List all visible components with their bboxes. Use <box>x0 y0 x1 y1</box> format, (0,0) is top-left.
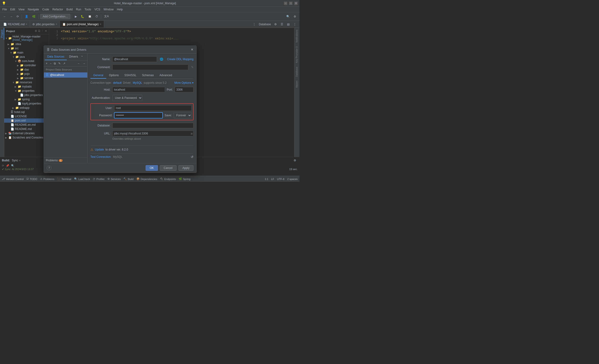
tab-general[interactable]: General <box>90 72 106 78</box>
menu-tools[interactable]: Tools <box>83 7 93 12</box>
settings-btn[interactable]: ⚙ <box>292 14 298 19</box>
tree-readme-md[interactable]: ▶ 📄 README.md <box>4 127 49 131</box>
sidebar-more-btn[interactable]: ⋮ <box>41 29 44 33</box>
status-problems[interactable]: ⚠ Problems <box>40 177 54 181</box>
conn-driver-value[interactable]: MySQL <box>133 81 142 85</box>
minimize-button[interactable]: ─ <box>284 2 287 5</box>
tree-log4j[interactable]: ▶ 📄 log4j.properties <box>4 101 49 106</box>
window-controls[interactable]: ─ □ ✕ <box>284 2 298 5</box>
open-datasource-btn[interactable]: ↗ <box>62 61 66 66</box>
search-everywhere-btn[interactable]: 🔍 <box>285 14 291 19</box>
help-button[interactable]: ? <box>47 166 52 170</box>
more-options-link[interactable]: More Options ▾ <box>174 81 194 85</box>
tree-scratches[interactable]: ▶ 📋 Scratches and Consoles <box>4 135 49 140</box>
toolbar-git-btn[interactable]: 🌿 <box>31 14 37 19</box>
panel-maven[interactable]: Maven <box>295 79 300 90</box>
status-build-tab[interactable]: 🔨 Build <box>123 177 133 181</box>
tab-schemas[interactable]: Schemas <box>139 72 157 78</box>
tree-license[interactable]: ▶ 📄 LICENSE <box>4 114 49 118</box>
tree-controller[interactable]: ▶ 📁 controller <box>4 63 49 68</box>
menu-view[interactable]: View <box>17 7 26 12</box>
status-position[interactable]: 1:1 <box>265 178 268 181</box>
url-input[interactable] <box>112 131 194 136</box>
db-list-btn[interactable]: ☰ <box>279 22 285 27</box>
tree-properties[interactable]: ▼ 📁 properties <box>4 89 49 93</box>
tab-options[interactable]: Options <box>106 72 122 78</box>
menu-navigate[interactable]: Navigate <box>26 7 40 12</box>
menu-build[interactable]: Build <box>65 7 74 12</box>
toolbar-back-btn[interactable]: ← <box>2 14 8 19</box>
profile-btn[interactable]: ⏱ <box>94 14 100 19</box>
tree-project-root[interactable]: ▼ 📁 Hotel_Manage-master [Hotel_Manage] <box>4 35 49 42</box>
status-line-sep[interactable]: LF <box>271 178 274 181</box>
tree-readme-en[interactable]: ▶ 📄 README.en.md <box>4 123 49 127</box>
tree-pom-xml[interactable]: ▶ 📋 pom.xml <box>4 118 49 123</box>
save-select[interactable]: Forever <box>174 112 192 118</box>
cancel-button[interactable]: Cancel <box>160 165 176 171</box>
tab-expand-arrow[interactable]: ▾ <box>80 53 84 60</box>
problems-bar[interactable]: Problems 1 <box>44 158 87 163</box>
menu-refactor[interactable]: Refactor <box>51 7 64 12</box>
remove-datasource-btn[interactable]: − <box>49 61 53 66</box>
tree-service[interactable]: ▶ 📁 service <box>4 76 49 80</box>
apply-button[interactable]: Apply <box>178 165 194 171</box>
tab-overflow-btn[interactable]: ⋮ <box>251 22 257 27</box>
tab-readme[interactable]: 📄 README.md ✕ <box>1 21 30 28</box>
tab-readme-close[interactable]: ✕ <box>26 23 27 26</box>
tree-pojo[interactable]: ▶ 📁 pojo <box>4 72 49 76</box>
tree-ext-libs[interactable]: ▶ 📚 External Libraries <box>4 131 49 135</box>
tree-resources[interactable]: ▼ 📁 resources <box>4 80 49 85</box>
nav-back-btn[interactable]: ← <box>77 61 81 66</box>
db-more-btn[interactable]: ⋮ <box>292 22 298 27</box>
name-input[interactable] <box>112 56 157 62</box>
ok-button[interactable]: OK <box>146 165 158 171</box>
url-expand-icon[interactable]: ⊞ <box>191 132 193 135</box>
tree-jdbc-props[interactable]: ▶ 📄 jdbc.properties <box>4 93 49 97</box>
test-connection-link[interactable]: Test Connection <box>90 155 111 158</box>
conn-type-value[interactable]: default <box>113 81 122 85</box>
menu-code[interactable]: Code <box>41 7 51 12</box>
tree-spring[interactable]: ▶ 📁 spring <box>4 97 49 101</box>
translate-btn[interactable]: 文A <box>103 14 110 19</box>
sync-refresh-btn[interactable]: ⟳ <box>2 164 4 167</box>
comment-input[interactable] <box>112 64 188 70</box>
sidebar-settings-btn[interactable]: ⚙ <box>35 29 37 33</box>
db-filter-btn[interactable]: ▤ <box>286 22 291 27</box>
status-indent[interactable]: 2 spaces <box>287 178 298 181</box>
tree-dao[interactable]: ▶ 📁 dao <box>4 68 49 72</box>
database-input[interactable] <box>112 123 194 128</box>
tab-pom-close[interactable]: ✕ <box>100 23 101 26</box>
sync-pin-btn[interactable]: 📌 <box>6 164 9 167</box>
menu-help[interactable]: Help <box>115 7 124 12</box>
status-services[interactable]: ⚙ Services <box>107 177 121 181</box>
toolbar-refresh-btn[interactable]: ⟳ <box>15 14 20 19</box>
port-input[interactable] <box>175 87 194 93</box>
status-dependencies[interactable]: 📦 Dependencies <box>136 177 157 181</box>
db-settings-btn[interactable]: ⚙ <box>273 22 278 27</box>
add-configuration-button[interactable]: Add Configuration... <box>40 14 70 19</box>
host-input[interactable] <box>112 87 165 93</box>
sync-close-icon[interactable]: ✕ <box>19 159 21 162</box>
database-panel-label[interactable]: Database <box>257 23 273 26</box>
debug-btn[interactable]: 🐛 <box>79 14 86 19</box>
nav-forward-btn[interactable]: → <box>82 61 86 66</box>
tree-src[interactable]: ▼ 📁 src <box>4 46 49 51</box>
status-terminal[interactable]: ⬛ Terminal <box>57 177 71 181</box>
status-encoding[interactable]: UTF-8 <box>277 178 284 181</box>
reset-btn[interactable]: ↺ <box>191 155 194 159</box>
tree-comhotel[interactable]: ▼ 📦 com.hotel <box>4 59 49 63</box>
user-input[interactable] <box>114 105 192 111</box>
status-luacheck[interactable]: 🔍 LuaCheck <box>74 177 90 181</box>
close-button[interactable]: ✕ <box>294 2 298 5</box>
menu-file[interactable]: File <box>1 7 8 12</box>
datasource-item-localhost[interactable]: 🗄 @localhost <box>44 72 87 78</box>
sync-search-btn[interactable]: 🔍 <box>11 164 14 167</box>
auth-select[interactable]: User & Password <box>112 95 142 101</box>
add-datasource-btn[interactable]: + <box>45 61 48 66</box>
toolbar-avatar-btn[interactable]: 👤 <box>23 14 30 19</box>
vert-tab-project[interactable]: Project <box>0 28 4 40</box>
tree-idea[interactable]: ▶ 📁 .idea <box>4 42 49 46</box>
status-endpoints[interactable]: 🔌 Endpoints <box>160 177 176 181</box>
tree-webapp[interactable]: ▶ 📁 webapp <box>4 106 49 110</box>
tab-jdbc-close[interactable]: ✕ <box>55 23 57 26</box>
